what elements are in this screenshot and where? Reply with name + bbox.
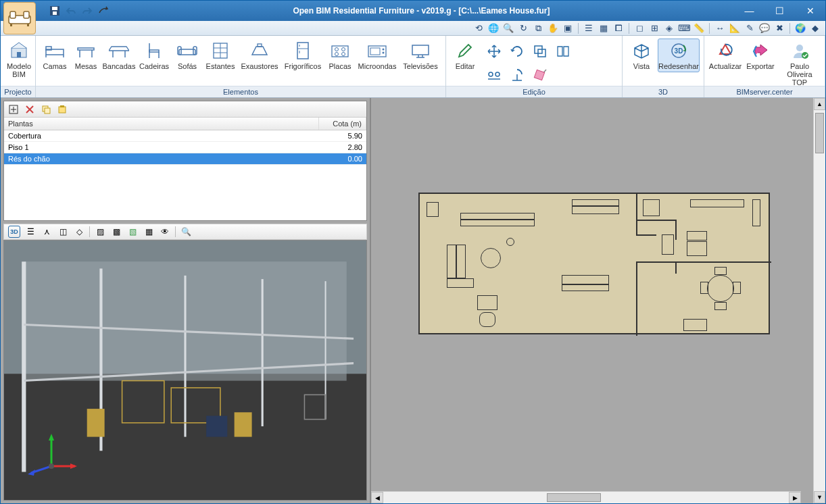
view-tools-strip: ⟲ 🌐 🔍 ↻ ⧉ ✋ ▣ ☰ ▦ ⧠ ◻ ⊞ ◈ ⌨ 📏 ↔ 📐 ✎ 💬 ✖ … xyxy=(1,21,825,36)
bancadas-button[interactable]: Bancadas xyxy=(102,39,136,72)
quick-access-toolbar xyxy=(49,5,109,16)
vista-button[interactable]: Vista xyxy=(627,39,656,72)
group-label: 3D xyxy=(623,86,704,97)
editar-button[interactable]: Editar xyxy=(450,39,480,72)
scrollbar-horizontal[interactable]: ◀ ▶ xyxy=(371,491,801,503)
frigorificos-button[interactable]: Frigoríficos xyxy=(282,39,324,72)
undo-icon[interactable] xyxy=(66,5,76,16)
scroll-down-icon[interactable]: ▼ xyxy=(814,491,825,503)
ortho-icon[interactable]: ◻ xyxy=(633,22,646,34)
group-label: BIMserver.center xyxy=(704,86,825,97)
paste-icon[interactable] xyxy=(57,104,68,115)
hatch-icon[interactable]: ▨ xyxy=(94,226,106,238)
sofas-button[interactable]: Sofás xyxy=(172,39,202,72)
solid-icon[interactable]: ▦ xyxy=(143,226,155,238)
grid-icon[interactable]: ▦ xyxy=(598,22,610,34)
maximize-button[interactable]: ☐ xyxy=(764,1,795,20)
annotate-icon[interactable]: ✎ xyxy=(744,22,756,34)
table-row-selected[interactable]: Rés do chão0.00 xyxy=(4,153,366,165)
minimize-button[interactable]: — xyxy=(734,1,764,20)
help-globe-icon[interactable]: 🌍 xyxy=(794,22,806,34)
axis-gizmo[interactable] xyxy=(24,432,78,480)
osnap-icon[interactable]: ◈ xyxy=(663,22,675,34)
mesas-button[interactable]: Mesas xyxy=(71,39,101,72)
estantes-button[interactable]: Estantes xyxy=(203,39,237,72)
scroll-left-icon[interactable]: ◀ xyxy=(371,492,383,503)
microondas-button[interactable]: Microondas xyxy=(356,39,398,72)
print-area-icon[interactable]: ▣ xyxy=(562,22,574,34)
app-icon[interactable] xyxy=(3,2,36,34)
zoom-icon[interactable]: 🔍 xyxy=(180,226,192,238)
wireframe-icon[interactable]: ◇ xyxy=(73,226,85,238)
edit-tools-grid xyxy=(481,39,576,87)
svg-rect-6 xyxy=(52,7,57,10)
cadeiras-button[interactable]: Cadeiras xyxy=(137,39,171,72)
layers-icon[interactable]: ☰ xyxy=(24,226,37,238)
zoom-window-icon[interactable]: ⧉ xyxy=(532,22,544,34)
keyboard-icon[interactable]: ⌨ xyxy=(678,22,690,34)
scrollbar-vertical[interactable]: ▲ ▼ xyxy=(813,98,825,503)
perspective-icon[interactable]: ⋏ xyxy=(41,226,53,238)
ribbon-group-projecto: Modelo BIM Projecto xyxy=(1,36,36,97)
table-row[interactable]: Cobertura5.90 xyxy=(4,130,366,142)
globe-icon[interactable]: 🌐 xyxy=(487,22,500,34)
camas-button[interactable]: Camas xyxy=(40,39,70,72)
delete-icon[interactable] xyxy=(530,64,550,84)
mirror-icon[interactable] xyxy=(553,41,573,61)
align-icon[interactable] xyxy=(484,64,504,84)
info-icon[interactable]: ◆ xyxy=(809,22,821,34)
close-button[interactable]: ✕ xyxy=(795,1,825,20)
scroll-up-icon[interactable]: ▲ xyxy=(814,98,825,110)
delete-icon[interactable] xyxy=(24,104,35,115)
orbit-icon[interactable]: ⟲ xyxy=(472,22,485,34)
table-row[interactable]: Piso 12.80 xyxy=(4,142,366,153)
modelo-bim-button[interactable]: Modelo BIM xyxy=(5,39,33,80)
scroll-right-icon[interactable]: ▶ xyxy=(789,492,801,503)
col-name[interactable]: Plantas xyxy=(4,118,319,130)
user-button[interactable]: Paulo Oliveira TOP xyxy=(779,39,821,89)
copy-icon[interactable] xyxy=(41,104,51,115)
titlebar: Open BIM Residential Furniture - v2019.g… xyxy=(1,1,825,21)
tools-icon[interactable]: ✖ xyxy=(773,22,785,34)
svg-rect-3 xyxy=(10,24,12,26)
cube-icon[interactable]: ◫ xyxy=(57,226,69,238)
redesenhar-button[interactable]: 3DRedesenhar xyxy=(658,39,700,72)
copy-icon[interactable] xyxy=(530,41,550,61)
svg-rect-2 xyxy=(24,11,29,18)
ruler-icon[interactable]: 📏 xyxy=(693,22,705,34)
placas-button[interactable]: Placas xyxy=(325,39,355,72)
exportar-button[interactable]: Exportar xyxy=(744,39,777,72)
measure-icon[interactable]: 📐 xyxy=(729,22,741,34)
exaustores-button[interactable]: Exaustores xyxy=(239,39,281,72)
dimension-icon[interactable]: ↔ xyxy=(714,22,726,34)
right-panel: ◀ ▶ ▲ ▼ xyxy=(371,98,825,503)
grid2-icon[interactable]: ⊞ xyxy=(648,22,660,34)
save-icon[interactable] xyxy=(49,5,60,16)
recent-icon[interactable] xyxy=(98,5,109,16)
rotate-icon[interactable] xyxy=(507,41,527,61)
svg-point-42 xyxy=(383,52,385,54)
svg-text:3D: 3D xyxy=(675,47,683,55)
view3d-icon[interactable]: 3D xyxy=(8,226,20,238)
comment-icon[interactable]: 💬 xyxy=(758,22,771,34)
ribbon-group-elementos: Camas Mesas Bancadas Cadeiras Sofás Esta… xyxy=(36,36,446,97)
app-window: Open BIM Residential Furniture - v2019.g… xyxy=(0,0,826,504)
move-icon[interactable] xyxy=(484,41,504,61)
zoom-extents-icon[interactable]: 🔍 xyxy=(502,22,514,34)
fill-icon[interactable]: ▩ xyxy=(110,226,122,238)
plantas-toolbar xyxy=(4,101,366,118)
redo-icon[interactable] xyxy=(82,5,93,16)
layers-icon[interactable]: ☰ xyxy=(583,22,595,34)
add-icon[interactable] xyxy=(8,104,19,115)
snap-icon[interactable]: ⧠ xyxy=(612,22,625,34)
shade-icon[interactable]: ▧ xyxy=(126,226,139,238)
visibility-icon[interactable]: 👁 xyxy=(159,226,171,238)
plan-canvas[interactable]: ◀ ▶ xyxy=(371,98,813,503)
rotate-angle-icon[interactable] xyxy=(507,64,527,84)
view3d-viewport[interactable] xyxy=(3,240,367,501)
actualizar-button[interactable]: Actualizar xyxy=(708,39,742,72)
col-cota[interactable]: Cota (m) xyxy=(319,118,366,130)
televisoes-button[interactable]: Televisões xyxy=(399,39,441,72)
pan-icon[interactable]: ✋ xyxy=(547,22,559,34)
refresh-icon[interactable]: ↻ xyxy=(517,22,529,34)
